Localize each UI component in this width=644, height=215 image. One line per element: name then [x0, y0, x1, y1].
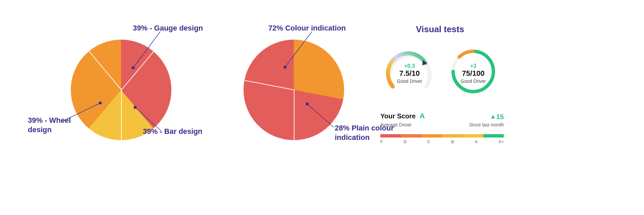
- panel-title: Visual tests: [376, 24, 504, 35]
- svg-line-4: [307, 104, 334, 127]
- leader-dot: [134, 106, 137, 109]
- scorebar-bar: [380, 134, 504, 138]
- leader-dot: [132, 66, 135, 69]
- pie-a-label-bar: 39% - Bar design: [143, 127, 202, 136]
- pie-b-label-colour: 72% Colour indication: [268, 23, 346, 33]
- scorebar-label: Your Score: [380, 112, 416, 120]
- gauge2-sub: Good Driver: [446, 78, 500, 84]
- tick-ap: A+: [498, 140, 504, 144]
- gauges-row: +0.3 7.5/10 Good Driver +3 75/100 Good D…: [376, 48, 504, 95]
- scorebar-sub-right: Since last month: [469, 122, 504, 127]
- scorebar-sub-left: Average Driver: [380, 122, 412, 127]
- leader-dot: [306, 103, 309, 105]
- gauge-design-sample: +0.3 7.5/10 Good Driver: [383, 48, 436, 95]
- tick-b: B: [451, 140, 454, 144]
- leader-dot: [284, 66, 286, 68]
- tick-d: D: [404, 140, 407, 144]
- tick-f: F: [380, 140, 383, 144]
- svg-line-0: [133, 32, 160, 68]
- pie-a-label-gauge: 39% - Gauge design: [133, 23, 203, 33]
- visual-tests-panel: Visual tests: [376, 0, 504, 144]
- gauge1-delta: +0.3: [383, 63, 436, 69]
- scorebar-grade: A: [420, 112, 425, 120]
- gauge1-score: 7.5/10: [383, 69, 436, 78]
- gauge1-sub: Good Driver: [383, 78, 436, 84]
- arrow-up-icon: [491, 115, 495, 118]
- gauge2-delta: +3: [446, 63, 500, 69]
- gauge2-score: 75/100: [446, 69, 500, 78]
- leader-dot: [99, 102, 102, 104]
- scorebar-ticks: F D C B A A+: [380, 140, 504, 144]
- tick-a: A: [475, 140, 478, 144]
- pie-a-label-wheel: 39% - Wheel design: [28, 116, 75, 134]
- tick-c: C: [427, 140, 430, 144]
- svg-line-3: [285, 32, 312, 67]
- bar-design-sample: Your Score A 15 Average Driver Since las…: [380, 112, 504, 144]
- wheel-design-sample: +3 75/100 Good Driver: [446, 48, 500, 95]
- scorebar-delta: 15: [496, 113, 504, 121]
